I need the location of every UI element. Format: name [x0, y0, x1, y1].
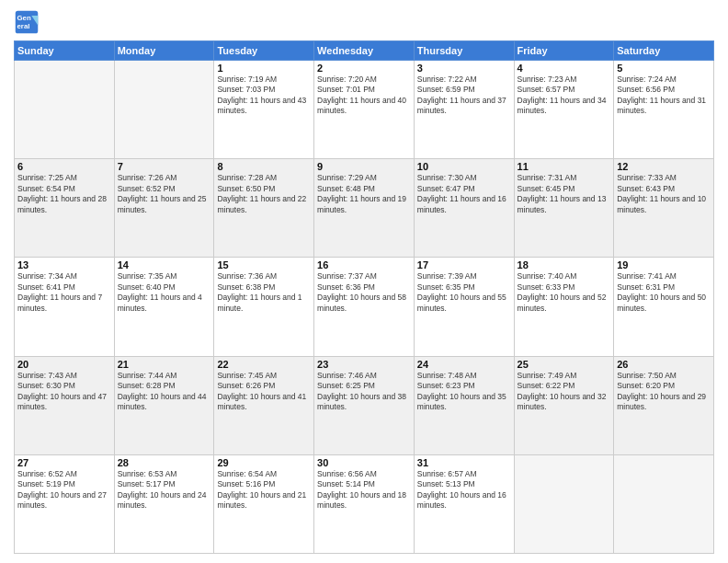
- calendar-cell: 1Sunrise: 7:19 AM Sunset: 7:03 PM Daylig…: [214, 61, 314, 159]
- cell-content: Sunrise: 7:45 AM Sunset: 6:26 PM Dayligh…: [217, 371, 311, 413]
- calendar-cell: 28Sunrise: 6:53 AM Sunset: 5:17 PM Dayli…: [114, 454, 214, 553]
- cell-day-number: 12: [617, 161, 711, 172]
- cell-day-number: 17: [417, 259, 511, 270]
- cell-content: Sunrise: 7:23 AM Sunset: 6:57 PM Dayligh…: [518, 75, 611, 117]
- calendar-cell: 6Sunrise: 7:25 AM Sunset: 6:54 PM Daylig…: [15, 159, 115, 258]
- weekday-header-thursday: Thursday: [414, 41, 514, 61]
- cell-content: Sunrise: 7:19 AM Sunset: 7:03 PM Dayligh…: [217, 75, 311, 117]
- calendar-cell: 23Sunrise: 7:46 AM Sunset: 6:25 PM Dayli…: [314, 356, 415, 454]
- cell-day-number: 31: [417, 457, 511, 468]
- calendar-cell: 30Sunrise: 6:56 AM Sunset: 5:14 PM Dayli…: [314, 454, 415, 553]
- calendar-cell: 13Sunrise: 7:34 AM Sunset: 6:41 PM Dayli…: [15, 258, 115, 356]
- weekday-header-tuesday: Tuesday: [214, 41, 314, 61]
- weekday-header-wednesday: Wednesday: [314, 41, 415, 61]
- calendar-cell: 8Sunrise: 7:28 AM Sunset: 6:50 PM Daylig…: [214, 159, 314, 258]
- cell-content: Sunrise: 7:24 AM Sunset: 6:56 PM Dayligh…: [617, 75, 711, 117]
- calendar-cell: 15Sunrise: 7:36 AM Sunset: 6:38 PM Dayli…: [214, 258, 314, 356]
- cell-content: Sunrise: 7:50 AM Sunset: 6:20 PM Dayligh…: [617, 371, 711, 413]
- calendar-cell: 3Sunrise: 7:22 AM Sunset: 6:59 PM Daylig…: [414, 61, 514, 159]
- calendar-cell: 14Sunrise: 7:35 AM Sunset: 6:40 PM Dayli…: [114, 258, 214, 356]
- cell-day-number: 23: [317, 359, 411, 370]
- weekday-header-sunday: Sunday: [15, 41, 115, 61]
- calendar-table: SundayMondayTuesdayWednesdayThursdayFrid…: [14, 40, 714, 554]
- cell-day-number: 2: [317, 63, 411, 74]
- cell-day-number: 10: [417, 161, 511, 172]
- weekday-header-row: SundayMondayTuesdayWednesdayThursdayFrid…: [15, 41, 714, 61]
- calendar-cell: 20Sunrise: 7:43 AM Sunset: 6:30 PM Dayli…: [15, 356, 115, 454]
- cell-content: Sunrise: 7:26 AM Sunset: 6:52 PM Dayligh…: [118, 173, 211, 215]
- calendar-cell: 27Sunrise: 6:52 AM Sunset: 5:19 PM Dayli…: [15, 454, 115, 553]
- week-row-3: 13Sunrise: 7:34 AM Sunset: 6:41 PM Dayli…: [15, 258, 714, 356]
- cell-day-number: 8: [217, 161, 311, 172]
- cell-day-number: 26: [617, 359, 711, 370]
- cell-content: Sunrise: 7:46 AM Sunset: 6:25 PM Dayligh…: [317, 371, 411, 413]
- cell-day-number: 3: [417, 63, 511, 74]
- cell-day-number: 1: [217, 63, 311, 74]
- calendar-cell: 22Sunrise: 7:45 AM Sunset: 6:26 PM Dayli…: [214, 356, 314, 454]
- calendar-cell: 25Sunrise: 7:49 AM Sunset: 6:22 PM Dayli…: [514, 356, 614, 454]
- cell-content: Sunrise: 7:36 AM Sunset: 6:38 PM Dayligh…: [217, 271, 311, 314]
- cell-content: Sunrise: 7:25 AM Sunset: 6:54 PM Dayligh…: [17, 173, 111, 215]
- cell-content: Sunrise: 7:33 AM Sunset: 6:43 PM Dayligh…: [617, 173, 711, 215]
- calendar-cell: 9Sunrise: 7:29 AM Sunset: 6:48 PM Daylig…: [314, 159, 415, 258]
- cell-day-number: 27: [17, 457, 111, 468]
- calendar-cell: 31Sunrise: 6:57 AM Sunset: 5:13 PM Dayli…: [414, 454, 514, 553]
- cell-content: Sunrise: 7:29 AM Sunset: 6:48 PM Dayligh…: [317, 173, 411, 215]
- calendar-cell: 2Sunrise: 7:20 AM Sunset: 7:01 PM Daylig…: [314, 61, 415, 159]
- cell-day-number: 25: [518, 359, 611, 370]
- cell-content: Sunrise: 7:39 AM Sunset: 6:35 PM Dayligh…: [417, 271, 511, 314]
- cell-day-number: 14: [118, 259, 211, 270]
- calendar-cell: [114, 61, 214, 159]
- cell-content: Sunrise: 6:53 AM Sunset: 5:17 PM Dayligh…: [118, 469, 211, 511]
- page: Gen eral SundayMondayTuesdayWednesdayThu…: [0, 0, 728, 563]
- cell-content: Sunrise: 7:22 AM Sunset: 6:59 PM Dayligh…: [417, 75, 511, 117]
- cell-content: Sunrise: 7:41 AM Sunset: 6:31 PM Dayligh…: [617, 271, 711, 314]
- cell-content: Sunrise: 6:54 AM Sunset: 5:16 PM Dayligh…: [217, 469, 311, 511]
- cell-content: Sunrise: 7:20 AM Sunset: 7:01 PM Dayligh…: [317, 75, 411, 117]
- cell-day-number: 15: [217, 259, 311, 270]
- svg-text:Gen: Gen: [17, 14, 31, 22]
- cell-content: Sunrise: 7:40 AM Sunset: 6:33 PM Dayligh…: [518, 271, 611, 314]
- calendar-cell: 26Sunrise: 7:50 AM Sunset: 6:20 PM Dayli…: [614, 356, 714, 454]
- weekday-header-monday: Monday: [114, 41, 214, 61]
- cell-day-number: 30: [317, 457, 411, 468]
- calendar-cell: 17Sunrise: 7:39 AM Sunset: 6:35 PM Dayli…: [414, 258, 514, 356]
- week-row-1: 1Sunrise: 7:19 AM Sunset: 7:03 PM Daylig…: [15, 61, 714, 159]
- header: Gen eral: [14, 9, 714, 35]
- cell-content: Sunrise: 7:44 AM Sunset: 6:28 PM Dayligh…: [118, 371, 211, 413]
- week-row-2: 6Sunrise: 7:25 AM Sunset: 6:54 PM Daylig…: [15, 159, 714, 258]
- calendar-cell: 5Sunrise: 7:24 AM Sunset: 6:56 PM Daylig…: [614, 61, 714, 159]
- weekday-header-saturday: Saturday: [614, 41, 714, 61]
- cell-day-number: 24: [417, 359, 511, 370]
- calendar-cell: 12Sunrise: 7:33 AM Sunset: 6:43 PM Dayli…: [614, 159, 714, 258]
- cell-content: Sunrise: 7:48 AM Sunset: 6:23 PM Dayligh…: [417, 371, 511, 413]
- calendar-cell: [614, 454, 714, 553]
- weekday-header-friday: Friday: [514, 41, 614, 61]
- cell-day-number: 21: [118, 359, 211, 370]
- week-row-4: 20Sunrise: 7:43 AM Sunset: 6:30 PM Dayli…: [15, 356, 714, 454]
- cell-content: Sunrise: 7:34 AM Sunset: 6:41 PM Dayligh…: [17, 271, 111, 314]
- calendar-cell: 24Sunrise: 7:48 AM Sunset: 6:23 PM Dayli…: [414, 356, 514, 454]
- cell-day-number: 6: [17, 161, 111, 172]
- cell-content: Sunrise: 6:52 AM Sunset: 5:19 PM Dayligh…: [17, 469, 111, 511]
- week-row-5: 27Sunrise: 6:52 AM Sunset: 5:19 PM Dayli…: [15, 454, 714, 553]
- cell-day-number: 7: [118, 161, 211, 172]
- calendar-cell: [15, 61, 115, 159]
- cell-content: Sunrise: 6:56 AM Sunset: 5:14 PM Dayligh…: [317, 469, 411, 511]
- logo: Gen eral: [14, 9, 43, 35]
- cell-content: Sunrise: 7:35 AM Sunset: 6:40 PM Dayligh…: [118, 271, 211, 314]
- calendar-cell: 7Sunrise: 7:26 AM Sunset: 6:52 PM Daylig…: [114, 159, 214, 258]
- cell-day-number: 20: [17, 359, 111, 370]
- cell-content: Sunrise: 6:57 AM Sunset: 5:13 PM Dayligh…: [417, 469, 511, 511]
- cell-day-number: 19: [617, 259, 711, 270]
- logo-icon: Gen eral: [14, 9, 40, 35]
- calendar-cell: 19Sunrise: 7:41 AM Sunset: 6:31 PM Dayli…: [614, 258, 714, 356]
- cell-day-number: 16: [317, 259, 411, 270]
- calendar-cell: 10Sunrise: 7:30 AM Sunset: 6:47 PM Dayli…: [414, 159, 514, 258]
- cell-day-number: 11: [518, 161, 611, 172]
- calendar-cell: 11Sunrise: 7:31 AM Sunset: 6:45 PM Dayli…: [514, 159, 614, 258]
- svg-text:eral: eral: [17, 22, 30, 30]
- cell-content: Sunrise: 7:31 AM Sunset: 6:45 PM Dayligh…: [518, 173, 611, 215]
- cell-content: Sunrise: 7:30 AM Sunset: 6:47 PM Dayligh…: [417, 173, 511, 215]
- cell-day-number: 5: [617, 63, 711, 74]
